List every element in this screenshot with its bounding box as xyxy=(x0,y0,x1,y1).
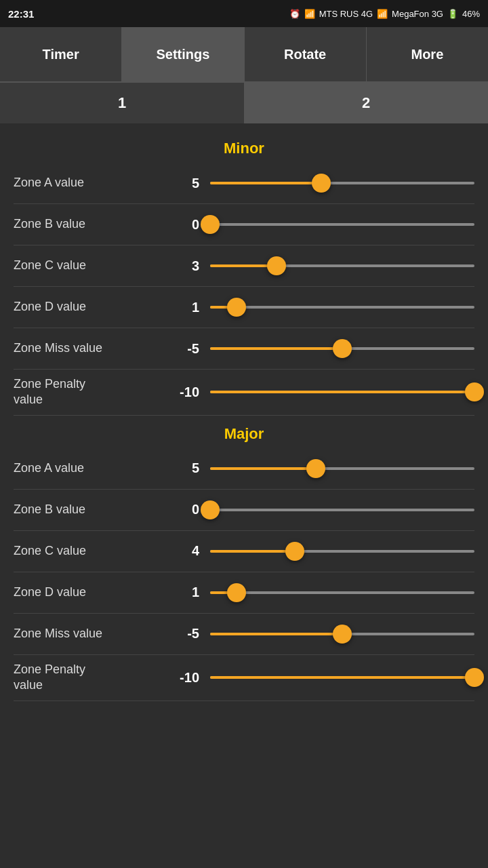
major-zone-a-label: Zone A value xyxy=(14,460,163,476)
major-zone-d-value: 1 xyxy=(163,585,210,600)
major-zone-c-label: Zone C value xyxy=(14,543,163,559)
battery-level: 46% xyxy=(462,9,480,19)
minor-zone-miss-row: Zone Miss value -5 xyxy=(0,328,488,369)
minor-header: Minor xyxy=(0,130,488,163)
major-header: Major xyxy=(0,416,488,448)
wifi-icon: 📶 xyxy=(304,9,315,19)
minor-zone-miss-slider[interactable] xyxy=(210,338,474,359)
tab-timer[interactable]: Timer xyxy=(0,27,122,81)
minor-zone-a-label: Zone A value xyxy=(14,175,163,191)
status-right: ⏰ 📶 MTS RUS 4G 📶 MegaFon 3G 🔋 46% xyxy=(289,9,480,19)
minor-zone-b-row: Zone B value 0 xyxy=(0,204,488,245)
carrier2: MegaFon 3G xyxy=(392,9,443,19)
minor-zone-penalty-row: Zone Penaltyvalue -10 xyxy=(0,370,488,415)
minor-zone-a-slider[interactable] xyxy=(210,173,474,193)
minor-zone-b-label: Zone B value xyxy=(14,216,163,232)
minor-zone-d-label: Zone D value xyxy=(14,299,163,315)
sub-tab-1[interactable]: 1 xyxy=(0,83,244,123)
minor-zone-miss-value: -5 xyxy=(163,341,210,357)
major-zone-d-label: Zone D value xyxy=(14,585,163,600)
major-zone-miss-row: Zone Miss value -5 xyxy=(0,614,488,654)
carrier1: MTS RUS 4G xyxy=(319,9,373,19)
major-zone-penalty-label: Zone Penaltyvalue xyxy=(14,662,163,694)
minor-zone-c-slider[interactable] xyxy=(210,256,474,276)
status-time: 22:31 xyxy=(8,8,34,20)
major-zone-d-slider[interactable] xyxy=(210,583,474,603)
nav-tabs: Timer Settings Rotate More xyxy=(0,27,488,83)
minor-zone-c-value: 3 xyxy=(163,258,210,274)
major-zone-c-slider[interactable] xyxy=(210,541,474,561)
content-area: Minor Zone A value 5 Zone B value 0 Zone… xyxy=(0,123,488,708)
minor-zone-d-value: 1 xyxy=(163,300,210,315)
major-zone-c-value: 4 xyxy=(163,543,210,559)
sub-tabs: 1 2 xyxy=(0,83,488,123)
minor-zone-d-slider[interactable] xyxy=(210,297,474,317)
status-bar: 22:31 ⏰ 📶 MTS RUS 4G 📶 MegaFon 3G 🔋 46% xyxy=(0,0,488,27)
minor-zone-c-row: Zone C value 3 xyxy=(0,245,488,286)
battery-icon: 🔋 xyxy=(447,9,458,19)
major-zone-b-row: Zone B value 0 xyxy=(0,490,488,530)
major-zone-penalty-value: -10 xyxy=(163,670,210,686)
major-zone-miss-slider[interactable] xyxy=(210,624,474,644)
major-zone-miss-label: Zone Miss value xyxy=(14,626,163,642)
major-zone-miss-value: -5 xyxy=(163,626,210,642)
tab-settings[interactable]: Settings xyxy=(122,27,244,81)
signal-icon: 📶 xyxy=(377,9,388,19)
minor-zone-a-row: Zone A value 5 xyxy=(0,163,488,203)
sub-tab-2[interactable]: 2 xyxy=(244,83,488,123)
minor-zone-a-value: 5 xyxy=(163,176,210,191)
minor-zone-d-row: Zone D value 1 xyxy=(0,287,488,328)
tab-more[interactable]: More xyxy=(367,27,488,81)
tab-rotate[interactable]: Rotate xyxy=(245,27,367,81)
major-zone-b-slider[interactable] xyxy=(210,500,474,520)
major-zone-b-label: Zone B value xyxy=(14,502,163,517)
major-zone-d-row: Zone D value 1 xyxy=(0,572,488,613)
major-zone-penalty-row: Zone Penaltyvalue -10 xyxy=(0,655,488,701)
minor-zone-c-label: Zone C value xyxy=(14,258,163,273)
minor-zone-b-slider[interactable] xyxy=(210,214,474,235)
minor-zone-penalty-slider[interactable] xyxy=(210,382,474,402)
major-zone-a-value: 5 xyxy=(163,460,210,476)
major-zone-a-slider[interactable] xyxy=(210,458,474,479)
major-zone-c-row: Zone C value 4 xyxy=(0,531,488,572)
minor-zone-penalty-value: -10 xyxy=(163,384,210,400)
alarm-icon: ⏰ xyxy=(289,9,300,19)
minor-zone-miss-label: Zone Miss value xyxy=(14,340,163,356)
major-zone-penalty-slider[interactable] xyxy=(210,667,474,688)
major-zone-a-row: Zone A value 5 xyxy=(0,448,488,489)
minor-zone-penalty-label: Zone Penaltyvalue xyxy=(14,376,163,408)
